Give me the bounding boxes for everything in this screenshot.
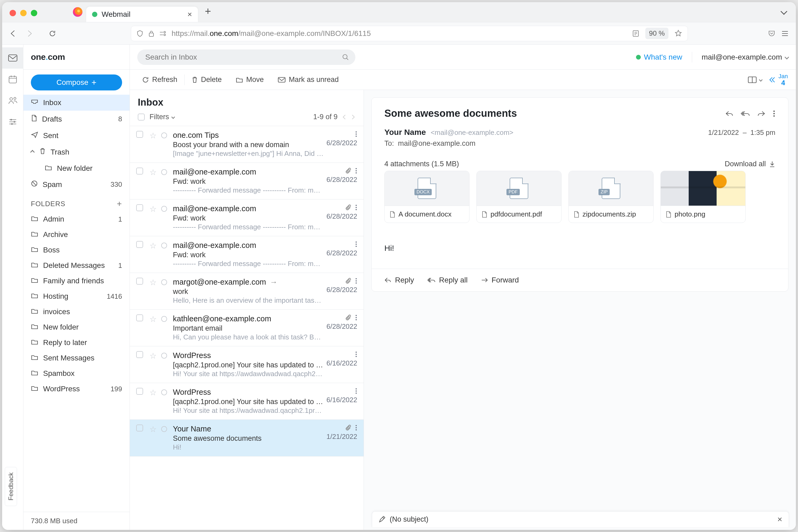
star-icon[interactable]: ☆ (150, 278, 158, 287)
new-tab-button[interactable]: + (202, 5, 211, 22)
folder-spambox[interactable]: Spambox (23, 366, 130, 381)
message-row[interactable]: ☆mail@one-example.comFwd: work----------… (130, 236, 364, 273)
read-status-icon[interactable] (161, 426, 167, 432)
rail-contacts[interactable] (2, 90, 23, 111)
prev-page-icon[interactable] (342, 114, 347, 120)
forward-icon[interactable] (757, 110, 765, 117)
reply-button[interactable]: Reply (384, 276, 414, 284)
read-status-icon[interactable] (161, 243, 167, 248)
row-checkbox[interactable] (136, 351, 143, 358)
star-icon[interactable]: ☆ (150, 168, 158, 177)
date-nav[interactable]: Jan4 (768, 73, 788, 86)
more-icon[interactable] (773, 110, 775, 117)
add-folder-button[interactable]: + (117, 199, 122, 209)
tabs-overflow-icon[interactable] (780, 8, 787, 15)
whats-new-link[interactable]: What's new (636, 53, 682, 61)
row-checkbox[interactable] (136, 204, 143, 211)
mark-unread-button[interactable]: Mark as unread (271, 70, 346, 90)
reply-all-button[interactable]: Reply all (428, 276, 468, 284)
row-checkbox[interactable] (136, 388, 143, 395)
message-row[interactable]: ☆WordPress[qacph2.1prod.one] Your site h… (130, 346, 364, 383)
zoom-level[interactable]: 90 % (645, 28, 668, 39)
folder-new-folder[interactable]: New folder (23, 320, 130, 335)
refresh-button[interactable]: Refresh (135, 70, 184, 90)
read-status-icon[interactable] (161, 132, 167, 138)
message-row[interactable]: ☆mail@one-example.comFwd: work----------… (130, 200, 364, 236)
layout-toggle[interactable] (748, 76, 762, 83)
window-maximize-dot[interactable] (31, 10, 37, 16)
feedback-tab[interactable]: Feedback (5, 467, 17, 506)
row-checkbox[interactable] (136, 315, 143, 321)
next-page-icon[interactable] (351, 114, 356, 120)
star-icon[interactable]: ☆ (150, 388, 158, 397)
reply-icon[interactable] (725, 110, 733, 117)
folder-archive[interactable]: Archive (23, 227, 130, 242)
nav-inbox[interactable]: Inbox (23, 95, 130, 111)
tab-close-icon[interactable]: × (187, 10, 192, 19)
row-more-icon[interactable] (355, 131, 357, 137)
folder-boss[interactable]: Boss (23, 242, 130, 258)
read-status-icon[interactable] (161, 279, 167, 285)
message-row[interactable]: ☆WordPress[qacph2.1prod.one] Your site h… (130, 383, 364, 420)
nav-new-folder[interactable]: New folder (23, 160, 130, 176)
filters-button[interactable]: Filters (150, 113, 174, 121)
message-row[interactable]: ☆one.com TipsBoost your brand with a new… (130, 126, 364, 163)
folder-admin[interactable]: Admin1 (23, 211, 130, 227)
account-menu[interactable]: mail@one-example.com (702, 53, 788, 61)
window-minimize-dot[interactable] (20, 10, 26, 16)
star-icon[interactable]: ☆ (150, 315, 158, 324)
forward-button[interactable]: Forward (481, 276, 519, 284)
reply-all-icon[interactable] (741, 110, 750, 117)
star-icon[interactable]: ☆ (150, 241, 158, 250)
pocket-icon[interactable] (768, 30, 776, 38)
rail-settings[interactable] (2, 111, 23, 132)
message-row[interactable]: ☆mail@one-example.comFwd: work----------… (130, 163, 364, 200)
message-row[interactable]: ☆kathleen@one-example.comImportant email… (130, 310, 364, 346)
folder-sent-messages[interactable]: Sent Messages (23, 350, 130, 366)
folder-invoices[interactable]: invoices (23, 304, 130, 320)
message-row[interactable]: ☆margot@one-example.com→workHello, Here … (130, 273, 364, 310)
read-status-icon[interactable] (161, 169, 167, 175)
window-close-dot[interactable] (10, 10, 16, 16)
nav-sent[interactable]: Sent (23, 128, 130, 144)
row-more-icon[interactable] (355, 168, 357, 174)
search-input[interactable] (137, 50, 355, 65)
read-status-icon[interactable] (161, 206, 167, 212)
attachment-card[interactable]: DOCXA document.docx (384, 171, 470, 223)
row-more-icon[interactable] (355, 241, 357, 247)
nav-drafts[interactable]: Drafts8 (23, 111, 130, 128)
download-all-button[interactable]: Download all (725, 160, 775, 168)
rail-mail[interactable] (2, 48, 23, 69)
row-more-icon[interactable] (355, 388, 357, 394)
read-status-icon[interactable] (161, 390, 167, 395)
row-more-icon[interactable] (355, 315, 357, 321)
row-checkbox[interactable] (136, 131, 143, 138)
delete-button[interactable]: Delete (185, 70, 229, 90)
browser-tab[interactable]: Webmail × (86, 7, 198, 22)
move-button[interactable]: Move (229, 70, 271, 90)
rail-calendar[interactable] (2, 69, 23, 90)
row-more-icon[interactable] (355, 351, 357, 358)
select-all-checkbox[interactable] (138, 114, 145, 120)
row-more-icon[interactable] (355, 204, 357, 211)
draft-close-icon[interactable]: × (777, 514, 782, 524)
url-field[interactable]: https://mail.one.com/mail@one-example.co… (131, 26, 688, 41)
star-icon[interactable]: ☆ (150, 351, 158, 360)
star-icon[interactable]: ☆ (150, 131, 158, 140)
star-icon[interactable]: ☆ (150, 204, 158, 214)
folder-deleted-messages[interactable]: Deleted Messages1 (23, 258, 130, 273)
reload-icon[interactable] (49, 30, 56, 38)
read-status-icon[interactable] (161, 353, 167, 359)
row-more-icon[interactable] (355, 278, 357, 284)
compose-button[interactable]: Compose+ (31, 75, 122, 91)
row-checkbox[interactable] (136, 424, 143, 432)
attachment-card[interactable]: PDFpdfdocument.pdf (476, 171, 562, 223)
message-row[interactable]: ☆Your NameSome awesome documentsHi!1/21/… (130, 420, 364, 456)
hamburger-icon[interactable] (781, 30, 789, 37)
attachment-card[interactable]: photo.png (661, 171, 746, 223)
bookmark-star-icon[interactable] (674, 30, 682, 38)
row-checkbox[interactable] (136, 241, 143, 248)
folder-reply-to-later[interactable]: Reply to later (23, 335, 130, 350)
draft-minimized[interactable]: (No subject) × (372, 511, 789, 527)
folder-family-and-friends[interactable]: Family and friends (23, 273, 130, 289)
